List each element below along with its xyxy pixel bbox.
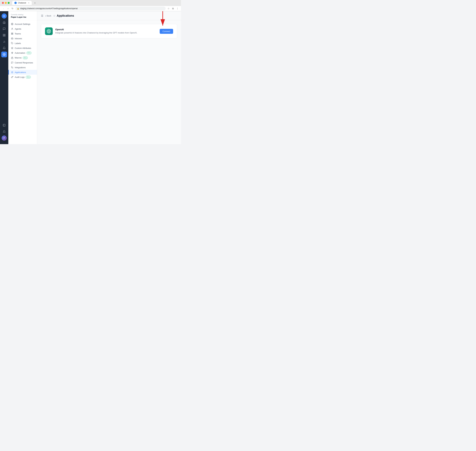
page-title-area: ☆ Applications [53,14,74,18]
openai-app-icon [45,27,53,35]
automation-icon [11,52,13,54]
forward-nav-button[interactable]: › [6,7,10,10]
bookmark-star-icon[interactable]: ☆ [53,14,56,17]
sidebar-icon-avatar[interactable]: P [1,135,7,141]
macros-badge: Beta [23,56,28,59]
sidebar-icon-expand[interactable] [1,122,7,128]
openai-app-card: OpenAI Integrate powerful AI features in… [41,24,177,38]
nav-label-agents: Agents [15,28,21,30]
applications-icon [11,71,13,74]
nav-item-canned-responses[interactable]: Canned Responses [8,60,37,65]
traffic-lights [2,2,10,4]
connect-button[interactable]: Connect [160,29,173,34]
svg-rect-3 [5,36,5,36]
sidebar-icon-settings[interactable] [1,52,7,57]
nav-item-macros[interactable]: Macros Beta [8,56,37,60]
sidebar-icon-home[interactable] [1,19,7,25]
nav-item-audit-logs[interactable]: Audit Logs Beta [8,75,37,80]
svg-rect-2 [3,36,4,36]
sidebar-icon-reports[interactable] [1,39,7,44]
nav-label-account-settings: Account Settings [15,23,31,25]
nav-label-automation: Automation [15,52,25,54]
nav-item-teams[interactable]: Teams [8,31,37,36]
menu-icon[interactable]: ⋮ [176,7,179,10]
nav-label-teams: Teams [15,32,21,35]
nav-item-custom-attributes[interactable]: Custom Attributes [8,46,37,50]
nav-item-automation[interactable]: Automation Beta [8,50,37,56]
page-title: Applications [57,14,74,18]
svg-point-11 [12,28,13,29]
macros-icon [11,56,13,59]
sidebar-icon-bell[interactable] [1,129,7,135]
svg-rect-12 [11,33,12,33]
automation-badge: Beta [27,52,31,54]
new-tab-icon[interactable]: ＋ [34,1,36,5]
svg-rect-13 [12,33,13,33]
nav-menu: Account Settings Agents Teams Inboxes [8,20,37,81]
app-description: Integrate powerful AI features into Chat… [55,31,157,34]
menu-toggle-icon[interactable]: ☰ [41,14,43,17]
svg-rect-19 [11,58,13,59]
nav-label-canned-responses: Canned Responses [15,62,33,64]
nav-label-audit-logs: Audit Logs [15,76,25,78]
lock-icon: 🔒 [17,7,19,10]
left-nav-header: Currently viewing: Paper Layer Inc [8,11,37,20]
nav-item-labels[interactable]: Labels [8,41,37,46]
agents-icon [11,28,13,30]
back-nav-button[interactable]: ‹ [2,7,5,10]
sidebar-icon-contacts[interactable] [1,32,7,38]
back-label: Back [47,15,51,17]
nav-item-integrations[interactable]: Integrations [8,65,37,70]
tab-title: Chatwoot [18,2,26,4]
custom-attributes-icon [11,47,13,49]
app-name: OpenAI [55,28,157,31]
app-layout: C [0,11,181,144]
browser-chrome: C Chatwoot ✕ ＋ ‹ › ↻ 🔒 staging.chatwoot.… [0,0,181,11]
content-area: OpenAI Integrate powerful AI features in… [37,20,181,42]
nav-label-applications: Applications [15,71,26,74]
org-name: Paper Layer Inc [11,16,34,18]
bookmarks-icon[interactable]: ☆ [167,7,170,10]
svg-marker-18 [11,52,13,54]
browser-tab[interactable]: C Chatwoot ✕ [12,1,32,5]
inboxes-icon [11,37,13,40]
integrations-icon [11,66,13,69]
main-content: ☰ ‹ Back ☆ Applications [37,11,181,144]
nav-item-account-settings[interactable]: Account Settings [8,22,37,26]
extensions-icon[interactable]: ⧉ [171,7,175,10]
app-info: OpenAI Integrate powerful AI features in… [55,28,157,34]
sidebar-icon-messages[interactable] [1,26,7,32]
audit-logs-icon [11,76,13,78]
svg-rect-1 [5,34,5,35]
svg-point-10 [12,24,13,24]
svg-point-20 [13,68,13,68]
back-chevron-icon: ‹ [45,14,46,17]
minimize-button[interactable] [5,2,7,4]
labels-icon [11,42,13,44]
nav-label-integrations: Integrations [15,66,26,69]
svg-rect-0 [3,34,4,35]
nav-label-custom-attributes: Custom Attributes [15,47,31,49]
sidebar-icon-logo: C [1,13,7,19]
account-settings-icon [11,23,13,25]
tab-favicon: C [14,2,17,4]
svg-rect-15 [12,34,13,34]
teams-icon [11,32,13,35]
currently-viewing-label: Currently viewing: [11,14,34,16]
address-bar[interactable]: 🔒 staging.chatwoot.com/app/accounts/47/s… [15,6,166,10]
nav-item-inboxes[interactable]: Inboxes [8,36,37,41]
sidebar-icon-notifications[interactable] [1,45,7,51]
audit-logs-badge: Beta [26,76,31,78]
canned-responses-icon [11,61,13,64]
nav-label-macros: Macros [15,56,22,59]
app-card-wrapper: OpenAI Integrate powerful AI features in… [41,24,177,38]
reload-button[interactable]: ↻ [11,7,14,10]
close-tab-icon[interactable]: ✕ [28,2,30,4]
left-nav: Currently viewing: Paper Layer Inc Accou… [8,11,37,144]
close-button[interactable] [2,2,4,4]
nav-item-agents[interactable]: Agents [8,26,37,31]
maximize-button[interactable] [8,2,10,4]
back-link[interactable]: ‹ Back [45,14,51,17]
nav-label-inboxes: Inboxes [15,37,22,40]
nav-item-applications[interactable]: Applications [8,70,37,75]
